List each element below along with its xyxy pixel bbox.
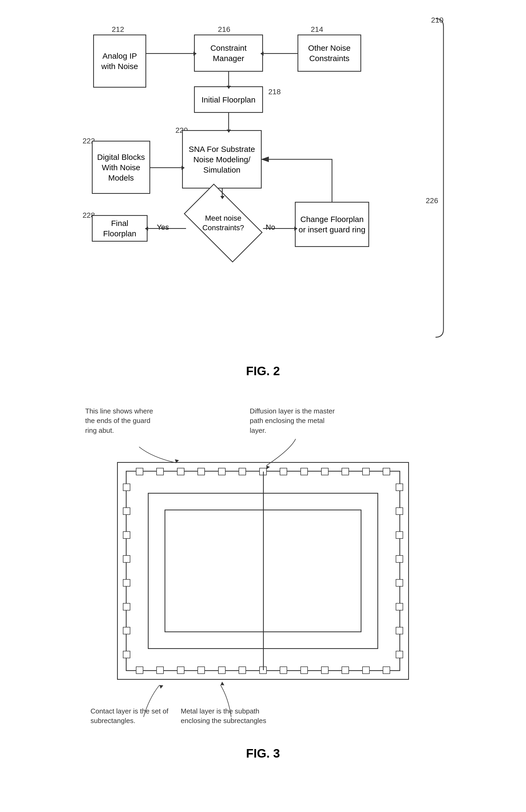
outer-ring (126, 471, 400, 671)
sq-l-4 (123, 555, 130, 563)
sq-bot-1 (136, 666, 143, 674)
sq-top-8 (280, 468, 287, 475)
arrow-db-to-sna (150, 167, 182, 168)
sq-bot-12 (362, 666, 370, 674)
sq-bot-9 (300, 666, 308, 674)
squares-right (396, 472, 403, 670)
sq-top-1 (136, 468, 143, 475)
annotation-metal: Metal layer is the subpath enclosing the… (181, 706, 271, 726)
sq-top-2 (156, 468, 164, 475)
sq-l-2 (123, 507, 130, 515)
arrow-sna-to-diamond (222, 189, 223, 197)
sq-r-5 (396, 579, 403, 586)
sq-l-8 (123, 651, 130, 658)
sq-bot-5 (218, 666, 226, 674)
sq-top-10 (321, 468, 329, 475)
arrow-yes (148, 228, 186, 229)
arrow-if-to-sna (228, 113, 229, 130)
sq-top-5 (218, 468, 226, 475)
fig3-container: This line shows where the ends of the gu… (64, 404, 462, 766)
annotation-contact: Contact layer is the set of subrectangle… (90, 706, 170, 726)
sq-l-7 (123, 627, 130, 634)
digital-blocks-box: Digital Blocks With Noise Models (92, 141, 150, 194)
annotation-line1: This line shows where the ends of the gu… (85, 406, 160, 435)
other-noise-box: Other Noise Constraints (298, 34, 361, 72)
fig3-label: FIG. 3 (64, 738, 462, 766)
sq-top-3 (177, 468, 184, 475)
label-218: 218 (268, 88, 281, 96)
analog-ip-box: Analog IP with Noise (93, 34, 146, 88)
sq-top-6 (239, 468, 246, 475)
annotations-above: This line shows where the ends of the gu… (64, 404, 462, 462)
guard-ring-outer-border (117, 462, 409, 680)
sq-bot-4 (197, 666, 205, 674)
sq-bot-11 (342, 666, 349, 674)
sq-bot-13 (383, 666, 390, 674)
fig3-section: This line shows where the ends of the gu… (0, 393, 526, 782)
final-floorplan-box: Final Floorplan (92, 215, 148, 242)
label-226: 226 (426, 197, 438, 205)
fig2-section: 210 212 Analog IP with Noise 216 Constra… (0, 0, 526, 393)
sq-r-8 (396, 651, 403, 658)
sq-r-1 (396, 483, 403, 491)
squares-left (123, 472, 130, 670)
sq-l-6 (123, 603, 130, 610)
sq-r-7 (396, 627, 403, 634)
annotation-diffusion: Diffusion layer is the master path enclo… (250, 406, 340, 435)
flowchart: 210 212 Analog IP with Noise 216 Constra… (77, 11, 449, 356)
sq-l-5 (123, 579, 130, 586)
sq-top-13 (383, 468, 390, 475)
sq-bot-10 (321, 666, 329, 674)
meet-noise-diamond: Meet noise Constraints? (183, 197, 263, 250)
sq-top-12 (362, 468, 370, 475)
arrow-cm-to-if (228, 72, 229, 86)
sq-r-2 (396, 507, 403, 515)
sna-box: SNA For Substrate Noise Modeling/ Simula… (182, 130, 262, 189)
sq-top-9 (300, 468, 308, 475)
constraint-manager-box: Constraint Manager (194, 34, 263, 72)
sq-bot-2 (156, 666, 164, 674)
sq-top-11 (342, 468, 349, 475)
sq-top-4 (197, 468, 205, 475)
sq-bot-8 (280, 666, 287, 674)
sq-bot-3 (177, 666, 184, 674)
sq-l-3 (123, 531, 130, 539)
label-212: 212 (112, 25, 124, 34)
arrow-other-to-cm (263, 53, 298, 54)
vertical-line (263, 472, 264, 670)
sq-bot-6 (239, 666, 246, 674)
no-label: No (266, 223, 275, 232)
sq-r-4 (396, 555, 403, 563)
label-214: 214 (311, 25, 323, 34)
initial-floorplan-box: Initial Floorplan (194, 86, 263, 113)
sq-l-1 (123, 483, 130, 491)
fig2-label: FIG. 2 (0, 356, 526, 383)
arrow-no (263, 228, 295, 229)
arrow-analog-to-cm (146, 53, 194, 54)
change-floorplan-box: Change Floorplan or insert guard ring (295, 202, 369, 247)
label-216: 216 (218, 25, 230, 34)
sq-r-3 (396, 531, 403, 539)
annotations-below: Contact layer is the set of subrectangle… (64, 685, 462, 738)
sq-r-6 (396, 603, 403, 610)
yes-label: Yes (157, 223, 169, 232)
